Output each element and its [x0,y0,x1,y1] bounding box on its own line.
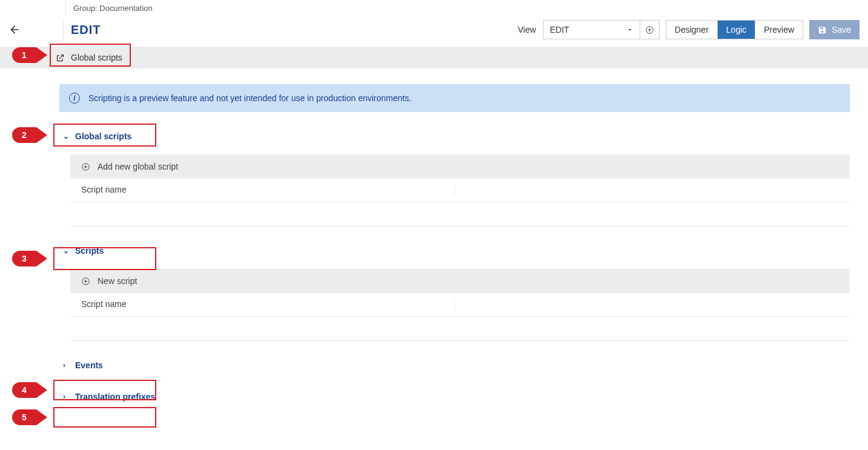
section-header-scripts[interactable]: ⌄ Scripts [59,243,850,258]
plus-circle-icon [81,277,90,286]
add-view-button[interactable] [640,20,660,39]
table-header: Script name [70,293,850,317]
info-icon: i [69,93,80,104]
chevron-right-icon: › [63,361,70,369]
section-translation: › Translation prefixes [59,389,850,404]
callout-2: 2 [12,127,47,143]
section-scripts: ⌄ Scripts New script Script name [59,243,850,341]
divider [63,19,64,41]
section-title: Scripts [75,246,104,256]
info-banner: i Scripting is a preview feature and not… [59,84,850,112]
table-empty-row [70,317,850,341]
chevron-down-icon: ⌄ [63,132,70,141]
mode-tabs: Designer Logic Preview [666,20,803,39]
save-button[interactable]: Save [809,20,860,39]
section-events: › Events [59,358,850,372]
section-global-scripts: ⌄ Global scripts Add new global script S… [59,129,850,227]
global-scripts-link[interactable]: Global scripts [56,53,122,62]
view-select[interactable]: EDIT [543,20,640,39]
plus-circle-icon [81,162,90,171]
tab-preview[interactable]: Preview [755,21,803,39]
column-empty [454,185,839,196]
tab-designer[interactable]: Designer [666,21,718,39]
add-global-script-button[interactable]: Add new global script [70,154,850,179]
global-scripts-label: Global scripts [71,53,122,62]
section-title: Translation prefixes [75,392,155,402]
breadcrumb: Group: Documentation [65,0,868,15]
add-script-button[interactable]: New script [70,269,850,293]
save-label: Save [832,25,851,35]
column-script-name: Script name [81,299,454,310]
chevron-down-icon: ⌄ [63,247,70,255]
page-title: EDIT [71,23,101,37]
external-link-icon [56,53,65,62]
back-button[interactable] [8,24,63,36]
add-label: New script [98,276,137,286]
column-empty [454,299,839,310]
table-empty-row [70,202,850,227]
tab-logic[interactable]: Logic [718,21,755,39]
callout-3: 3 [12,251,47,266]
chevron-down-icon [626,26,634,33]
header: EDIT View EDIT Designer Logic Preview Sa… [0,15,868,47]
chevron-right-icon: › [63,392,70,401]
column-script-name: Script name [81,185,454,196]
save-icon [818,25,827,35]
section-title: Global scripts [75,131,131,141]
section-header-translation[interactable]: › Translation prefixes [59,389,850,404]
section-header-global-scripts[interactable]: ⌄ Global scripts [59,129,850,144]
callout-4: 4 [12,382,47,398]
view-selected-value: EDIT [550,25,569,35]
table-header: Script name [70,179,850,202]
view-label: View [518,25,536,35]
add-label: Add new global script [98,162,178,171]
info-text: Scripting is a preview feature and not y… [88,93,411,103]
section-header-events[interactable]: › Events [59,358,850,372]
global-scripts-bar: Global scripts [0,47,868,68]
section-title: Events [75,360,103,370]
